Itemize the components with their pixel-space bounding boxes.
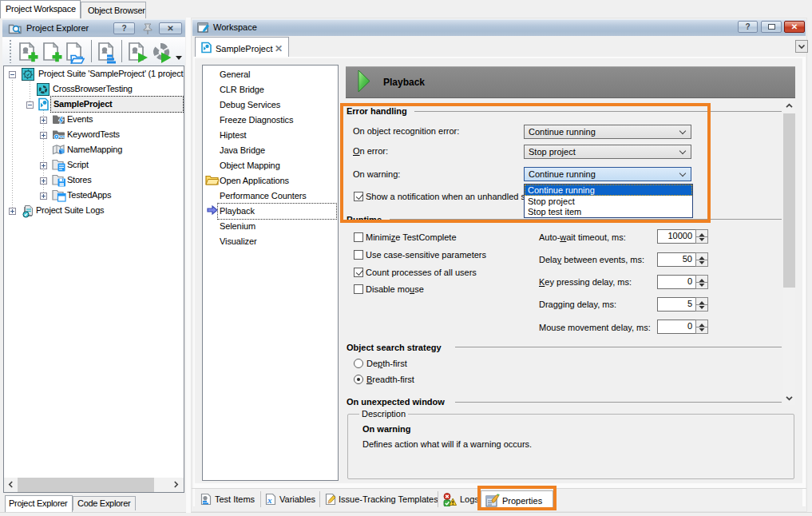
svg-text:x: x: [267, 495, 272, 505]
